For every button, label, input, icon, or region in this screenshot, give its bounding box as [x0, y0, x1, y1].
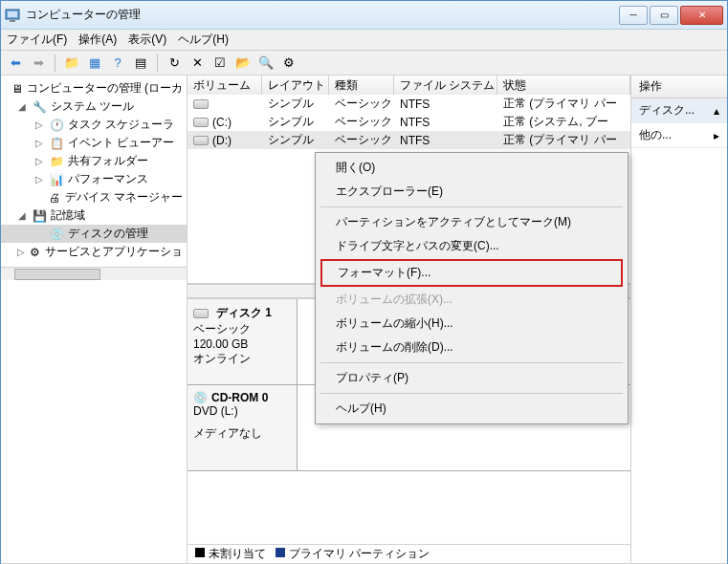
toolbar: ⬅ ➡ 📁 ▦ ? ▤ ↻ ✕ ☑ 📂 🔍 ⚙: [1, 51, 727, 76]
action-disk[interactable]: ディスク...▴: [631, 98, 727, 123]
disk-icon: 💿: [49, 227, 64, 242]
refresh-icon[interactable]: ↻: [165, 54, 183, 72]
panel-icon[interactable]: ▦: [86, 54, 103, 72]
delete-icon[interactable]: ✕: [188, 54, 206, 72]
ctx-help[interactable]: ヘルプ(H): [319, 397, 625, 421]
ctx-open[interactable]: 開く(O): [319, 156, 625, 180]
clock-icon: 🕐: [49, 118, 64, 133]
ctx-delete[interactable]: ボリュームの削除(D)...: [319, 336, 625, 359]
context-menu: 開く(O) エクスプローラー(E) パーティションをアクティブとしてマーク(M)…: [315, 152, 629, 424]
folder-icon[interactable]: 📂: [234, 54, 252, 72]
svg-rect-2: [10, 20, 15, 22]
close-button[interactable]: ✕: [680, 6, 723, 25]
search-icon[interactable]: 🔍: [257, 54, 275, 72]
device-icon: 🖨: [48, 190, 61, 206]
tree-panel: 🖥コンピューターの管理 (ローカ ◢🔧システム ツール ▷🕐タスク スケジューラ…: [1, 76, 188, 563]
format-highlight: フォーマット(F)...: [320, 259, 623, 287]
tree-diskmgmt[interactable]: 💿ディスクの管理: [1, 225, 187, 243]
window-title: コンピューターの管理: [26, 7, 619, 23]
app-window: コンピューターの管理 ─ ▭ ✕ ファイル(F) 操作(A) 表示(V) ヘルプ…: [0, 0, 728, 564]
back-icon[interactable]: ⬅: [7, 54, 24, 72]
up-icon[interactable]: 📁: [63, 54, 80, 72]
legend: 未割り当て プライマリ パーティション: [188, 544, 630, 563]
menu-file[interactable]: ファイル(F): [7, 32, 67, 48]
event-icon: 📋: [49, 136, 64, 151]
menu-action[interactable]: 操作(A): [78, 32, 117, 48]
volume-row[interactable]: シンプル ベーシック NTFS 正常 (プライマリ パー: [188, 95, 630, 113]
menubar: ファイル(F) 操作(A) 表示(V) ヘルプ(H): [1, 30, 727, 51]
ctx-properties[interactable]: プロパティ(P): [319, 366, 625, 390]
forward-icon[interactable]: ➡: [30, 54, 47, 72]
ctx-format[interactable]: フォーマット(F)...: [322, 261, 621, 285]
cdrom-icon: 💿: [193, 391, 208, 404]
volume-icon: [193, 118, 209, 127]
perf-icon: 📊: [49, 172, 64, 187]
titlebar: コンピューターの管理 ─ ▭ ✕: [1, 1, 727, 30]
check-icon[interactable]: ☑: [211, 54, 229, 72]
tree-storage[interactable]: ◢💾記憶域: [1, 206, 187, 225]
minimize-button[interactable]: ─: [619, 6, 648, 25]
col-type[interactable]: 種類: [329, 76, 394, 95]
menu-help[interactable]: ヘルプ(H): [178, 32, 229, 48]
disk-icon: [193, 309, 209, 318]
tree-services[interactable]: ▷⚙サービスとアプリケーショ: [1, 243, 187, 261]
legend-unallocated-color: [195, 548, 205, 557]
col-volume[interactable]: ボリューム: [188, 76, 262, 95]
settings-icon[interactable]: ⚙: [280, 54, 298, 72]
actions-panel: 操作 ディスク...▴ 他の...▸: [631, 76, 727, 563]
volume-icon: [193, 136, 209, 145]
ctx-markactive[interactable]: パーティションをアクティブとしてマーク(M): [319, 210, 625, 234]
col-layout[interactable]: レイアウト: [262, 76, 329, 95]
app-icon: [5, 8, 20, 23]
col-filesystem[interactable]: ファイル システム: [394, 76, 497, 95]
maximize-button[interactable]: ▭: [650, 6, 678, 25]
tree-sharedfolders[interactable]: ▷📁共有フォルダー: [1, 152, 187, 170]
chevron-up-icon: ▴: [714, 104, 719, 118]
actions-header: 操作: [631, 76, 727, 98]
chevron-right-icon: ▸: [714, 129, 719, 142]
tree-eventviewer[interactable]: ▷📋イベント ビューアー: [1, 134, 187, 152]
menu-view[interactable]: 表示(V): [128, 32, 166, 48]
legend-primary-color: [276, 548, 285, 557]
help-icon[interactable]: ?: [109, 54, 126, 72]
storage-icon: 💾: [32, 208, 47, 224]
svg-rect-1: [8, 11, 17, 17]
tree-performance[interactable]: ▷📊パフォーマンス: [1, 170, 187, 188]
action-other[interactable]: 他の...▸: [631, 123, 727, 148]
volume-row[interactable]: (C:) シンプル ベーシック NTFS 正常 (システム, ブー: [188, 113, 630, 131]
services-icon: ⚙: [29, 245, 41, 260]
tree-devmgr[interactable]: 🖨デバイス マネージャー: [1, 188, 187, 206]
tree-systools[interactable]: ◢🔧システム ツール: [1, 98, 187, 116]
list-icon[interactable]: ▤: [132, 54, 149, 72]
col-status[interactable]: 状態: [497, 76, 630, 95]
volume-row[interactable]: (D:) シンプル ベーシック NTFS 正常 (プライマリ パー: [188, 131, 630, 149]
tools-icon: 🔧: [32, 99, 47, 115]
ctx-extend: ボリュームの拡張(X)...: [319, 288, 625, 312]
share-icon: 📁: [49, 154, 64, 169]
ctx-shrink[interactable]: ボリュームの縮小(H)...: [319, 312, 625, 336]
tree-root[interactable]: 🖥コンピューターの管理 (ローカ: [1, 79, 187, 98]
tree-taskscheduler[interactable]: ▷🕐タスク スケジューラ: [1, 116, 187, 134]
ctx-changedrive[interactable]: ドライブ文字とパスの変更(C)...: [319, 234, 625, 258]
tree-hscrollbar[interactable]: [1, 267, 187, 280]
ctx-explorer[interactable]: エクスプローラー(E): [319, 180, 625, 204]
volume-icon: [193, 99, 209, 109]
computer-icon: 🖥: [11, 81, 23, 97]
